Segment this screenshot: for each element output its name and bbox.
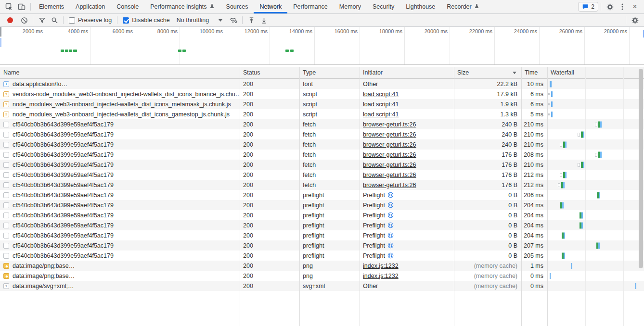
request-time: 204 ms bbox=[521, 210, 547, 220]
devtools-tabbar: Elements Application Console Performance… bbox=[0, 0, 644, 14]
import-har-icon[interactable] bbox=[245, 14, 258, 26]
request-type: fetch bbox=[299, 160, 360, 170]
vertical-scrollbar[interactable] bbox=[639, 69, 643, 268]
experiment-flask-icon bbox=[474, 3, 479, 10]
request-time: 210 ms bbox=[521, 160, 547, 170]
document-file-icon bbox=[3, 172, 9, 178]
request-type: preflight bbox=[299, 240, 360, 251]
waterfall-bar bbox=[548, 103, 550, 105]
request-initiator: Preflight bbox=[360, 230, 454, 240]
waterfall-bar bbox=[598, 242, 600, 249]
tab-lighthouse[interactable]: Lighthouse bbox=[400, 0, 441, 13]
timeline-tick-label: 4000 ms bbox=[46, 28, 88, 35]
request-status: 200 bbox=[240, 109, 299, 119]
request-initiator: browser-geturl.ts:26 bbox=[360, 139, 454, 150]
request-waterfall bbox=[547, 251, 644, 261]
document-file-icon bbox=[3, 122, 9, 127]
timeline-tick-label: 6000 ms bbox=[90, 28, 133, 35]
column-header-waterfall[interactable]: Waterfall bbox=[547, 67, 644, 78]
preflight-circle-arrows-icon[interactable] bbox=[387, 222, 394, 228]
preflight-circle-arrows-icon[interactable] bbox=[387, 212, 394, 218]
network-overview[interactable]: 2000 ms4000 ms6000 ms8000 ms10000 ms1200… bbox=[0, 27, 644, 65]
column-header-size[interactable]: Size bbox=[454, 67, 521, 78]
disable-cache-checkbox[interactable]: Disable cache bbox=[123, 17, 170, 24]
column-header-name[interactable]: Name bbox=[0, 67, 240, 78]
tab-network[interactable]: Network bbox=[254, 0, 287, 13]
tab-security[interactable]: Security bbox=[367, 0, 400, 13]
tab-sources[interactable]: Sources bbox=[220, 0, 254, 13]
tab-performance-insights[interactable]: Performance insights bbox=[144, 0, 220, 13]
initiator-link[interactable]: browser-geturl.ts:26 bbox=[363, 131, 416, 138]
initiator-link[interactable]: load script:41 bbox=[363, 101, 399, 108]
export-har-icon[interactable] bbox=[258, 14, 270, 26]
preserve-log-checkbox[interactable]: Preserve log bbox=[69, 17, 112, 24]
column-header-initiator[interactable]: Initiator bbox=[360, 67, 454, 78]
close-devtools-button[interactable]: × bbox=[629, 1, 641, 13]
checkbox bbox=[123, 17, 129, 24]
request-status: 200 bbox=[240, 190, 299, 200]
request-name: cf540cb0b3b643d399e59aef4f5ac179 bbox=[13, 252, 114, 259]
tab-recorder[interactable]: Recorder bbox=[441, 0, 485, 13]
tab-elements[interactable]: Elements bbox=[33, 0, 70, 13]
tab-performance[interactable]: Performance bbox=[287, 0, 334, 13]
initiator-link[interactable]: browser-geturl.ts:26 bbox=[363, 141, 416, 148]
request-status: 200 bbox=[240, 261, 299, 271]
network-settings-gear-icon[interactable] bbox=[629, 14, 641, 26]
request-time: 204 ms bbox=[521, 230, 547, 240]
waterfall-bar bbox=[550, 81, 552, 87]
initiator-link[interactable]: browser-geturl.ts:26 bbox=[363, 172, 416, 178]
network-activity-dash bbox=[69, 50, 72, 52]
request-waterfall bbox=[547, 210, 644, 220]
preflight-circle-arrows-icon[interactable] bbox=[387, 232, 394, 238]
preflight-circle-arrows-icon[interactable] bbox=[387, 202, 394, 208]
filter-icon[interactable] bbox=[36, 14, 48, 26]
request-status: 200 bbox=[240, 210, 299, 220]
preflight-circle-arrows-icon[interactable] bbox=[387, 192, 394, 198]
request-time: 207 ms bbox=[521, 240, 547, 251]
initiator-link[interactable]: browser-geturl.ts:26 bbox=[363, 182, 416, 188]
column-divider bbox=[240, 67, 240, 326]
request-initiator: browser-geturl.ts:26 bbox=[360, 129, 454, 139]
request-name: cf540cb0b3b643d399e59aef4f5ac179 bbox=[13, 182, 114, 188]
settings-gear-icon[interactable] bbox=[604, 1, 616, 13]
tab-memory[interactable]: Memory bbox=[334, 0, 367, 13]
clear-network-log-icon[interactable] bbox=[18, 14, 30, 26]
issues-badge[interactable]: 2 bbox=[578, 2, 598, 12]
divider bbox=[63, 16, 64, 24]
preflight-circle-arrows-icon[interactable] bbox=[387, 242, 394, 249]
throttling-select[interactable]: No throttling bbox=[177, 17, 222, 24]
tab-console[interactable]: Console bbox=[111, 0, 144, 13]
record-network-log-button[interactable] bbox=[7, 17, 13, 23]
initiator-link[interactable]: load script:41 bbox=[363, 91, 399, 98]
request-initiator: browser-geturl.ts:26 bbox=[360, 119, 454, 129]
initiator-link[interactable]: browser-geturl.ts:26 bbox=[363, 162, 416, 168]
preflight-circle-arrows-icon[interactable] bbox=[387, 252, 394, 259]
waterfall-bar bbox=[578, 133, 580, 137]
request-initiator: Preflight bbox=[360, 200, 454, 210]
request-initiator: index.js:1232 bbox=[360, 261, 454, 271]
initiator-preflight: Preflight bbox=[363, 202, 394, 209]
network-conditions-icon[interactable] bbox=[227, 14, 240, 26]
initiator-link[interactable]: index.js:1232 bbox=[363, 263, 399, 269]
column-header-status[interactable]: Status bbox=[240, 67, 299, 78]
initiator-text: Other bbox=[363, 283, 378, 289]
initiator-link[interactable]: load script:41 bbox=[363, 111, 399, 118]
request-type: fetch bbox=[299, 119, 360, 129]
request-size: 0 B bbox=[454, 240, 521, 251]
tab-application[interactable]: Application bbox=[70, 0, 111, 13]
initiator-link[interactable]: browser-geturl.ts:26 bbox=[363, 151, 416, 158]
more-options-kebab-icon[interactable] bbox=[616, 1, 629, 13]
search-icon[interactable] bbox=[48, 14, 61, 26]
timeline-tick-label: 8000 ms bbox=[135, 28, 178, 35]
column-header-time[interactable]: Time bbox=[521, 67, 547, 78]
inspect-element-icon[interactable] bbox=[3, 1, 15, 13]
initiator-link[interactable]: index.js:1232 bbox=[363, 273, 399, 279]
device-toolbar-icon[interactable] bbox=[15, 1, 28, 13]
request-name: data:image/png;base… bbox=[13, 263, 75, 269]
column-header-type[interactable]: Type bbox=[299, 67, 360, 78]
initiator-link[interactable]: browser-geturl.ts:26 bbox=[363, 121, 416, 128]
request-type: font bbox=[299, 79, 360, 89]
request-initiator: browser-geturl.ts:26 bbox=[360, 180, 454, 190]
request-name: cf540cb0b3b643d399e59aef4f5ac179 bbox=[13, 242, 114, 249]
request-name: node_modules_web3-onboard_injected-walle… bbox=[13, 111, 230, 118]
